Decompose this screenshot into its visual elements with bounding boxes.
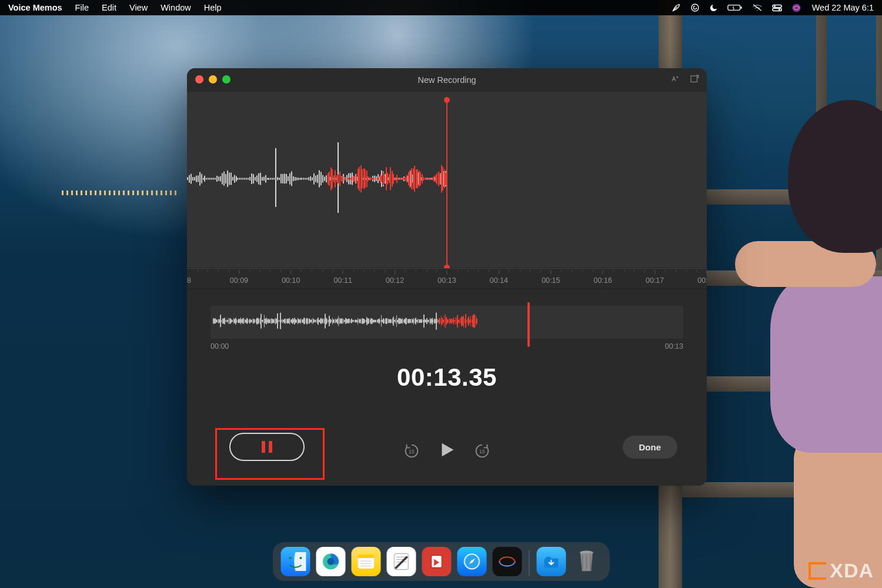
window-zoom[interactable] bbox=[222, 75, 230, 83]
window-minimize[interactable] bbox=[209, 75, 217, 83]
menubar-clock[interactable]: Wed 22 May 6:1 bbox=[806, 3, 874, 12]
dock-edge[interactable] bbox=[316, 547, 346, 576]
window-controls bbox=[195, 75, 230, 83]
ruler-tick: 00:15 bbox=[542, 270, 560, 285]
dock-separator bbox=[529, 550, 530, 576]
dock-safari[interactable] bbox=[457, 547, 487, 576]
dock-pdf[interactable] bbox=[422, 547, 452, 576]
playhead[interactable] bbox=[446, 100, 447, 268]
window-close[interactable] bbox=[195, 75, 203, 83]
record-timer: 00:13.35 bbox=[187, 363, 707, 392]
wifi-off-icon[interactable] bbox=[747, 4, 767, 12]
dock-textedit[interactable] bbox=[387, 547, 416, 576]
waveform-overview[interactable]: 00:00 00:13 bbox=[187, 289, 707, 350]
svg-point-17 bbox=[328, 558, 335, 565]
dock-downloads[interactable] bbox=[537, 547, 566, 576]
titlebar: New Recording bbox=[187, 68, 707, 92]
svg-point-7 bbox=[774, 5, 776, 7]
menu-window[interactable]: Window bbox=[154, 3, 198, 12]
svg-point-3 bbox=[757, 10, 758, 11]
xda-watermark: XDA bbox=[808, 559, 874, 582]
battery-icon[interactable] bbox=[723, 4, 747, 12]
menu-edit[interactable]: Edit bbox=[95, 3, 123, 12]
feather-icon[interactable] bbox=[667, 3, 686, 12]
pause-button[interactable] bbox=[229, 433, 305, 461]
skip-forward-15-button[interactable]: 15 bbox=[473, 442, 491, 460]
svg-rect-10 bbox=[691, 76, 697, 82]
menu-view[interactable]: View bbox=[123, 3, 154, 12]
svg-text:15: 15 bbox=[479, 449, 485, 455]
skip-back-15-button[interactable]: 15 bbox=[403, 442, 420, 460]
ruler-tick: 00:18 bbox=[697, 270, 707, 285]
dock-voicememos[interactable] bbox=[493, 547, 522, 576]
svg-rect-19 bbox=[358, 554, 374, 558]
dock-trash[interactable] bbox=[572, 547, 602, 576]
svg-rect-6 bbox=[773, 8, 781, 11]
moon-icon[interactable] bbox=[704, 4, 723, 12]
svg-text:15: 15 bbox=[409, 449, 415, 455]
dock-finder[interactable] bbox=[281, 547, 310, 576]
ruler-tick: 00:12 bbox=[386, 270, 404, 285]
time-ruler: 0800:0900:1000:1100:1200:1300:1400:1500:… bbox=[187, 268, 707, 289]
ruler-tick: 00:13 bbox=[437, 270, 456, 285]
svg-point-0 bbox=[691, 4, 699, 11]
ruler-tick: 00:11 bbox=[334, 270, 352, 285]
ruler-tick: 00:14 bbox=[490, 270, 508, 285]
menu-help[interactable]: Help bbox=[198, 3, 228, 12]
menubar: Voice Memos File Edit View Window Help W… bbox=[0, 0, 882, 15]
ruler-tick: 00:16 bbox=[594, 270, 612, 285]
done-button[interactable]: Done bbox=[623, 436, 678, 459]
dock bbox=[273, 542, 610, 581]
overview-cursor[interactable] bbox=[527, 302, 530, 347]
menu-file[interactable]: File bbox=[69, 3, 95, 12]
svg-point-14 bbox=[289, 557, 292, 559]
svg-rect-1 bbox=[728, 5, 740, 11]
ruler-tick: 00:09 bbox=[230, 270, 248, 285]
svg-rect-2 bbox=[740, 6, 741, 8]
grammarly-icon[interactable] bbox=[686, 3, 704, 12]
control-center-icon[interactable] bbox=[767, 4, 787, 12]
overview-end: 00:13 bbox=[665, 342, 683, 350]
ruler-tick: 00:10 bbox=[282, 270, 300, 285]
menubar-app-name[interactable]: Voice Memos bbox=[5, 3, 69, 12]
wallpaper-lights bbox=[62, 191, 179, 195]
dock-notes[interactable] bbox=[352, 547, 381, 576]
trim-icon[interactable] bbox=[689, 74, 700, 87]
siri-icon[interactable] bbox=[787, 3, 806, 13]
play-button[interactable] bbox=[437, 440, 457, 462]
waveform-main[interactable] bbox=[187, 92, 707, 268]
svg-point-15 bbox=[300, 557, 302, 559]
ruler-tick: 08 bbox=[187, 270, 191, 285]
pause-icon bbox=[262, 441, 272, 453]
svg-rect-5 bbox=[773, 5, 781, 7]
enhance-icon[interactable] bbox=[670, 74, 681, 87]
voice-memos-window: New Recording 0800:0900:1000:1100:1200:1… bbox=[187, 68, 707, 486]
svg-point-8 bbox=[779, 9, 780, 11]
ruler-tick: 00:17 bbox=[646, 270, 664, 285]
window-title: New Recording bbox=[417, 75, 476, 85]
overview-start: 00:00 bbox=[211, 342, 229, 350]
controls-row: 15 15 Done bbox=[187, 420, 707, 486]
